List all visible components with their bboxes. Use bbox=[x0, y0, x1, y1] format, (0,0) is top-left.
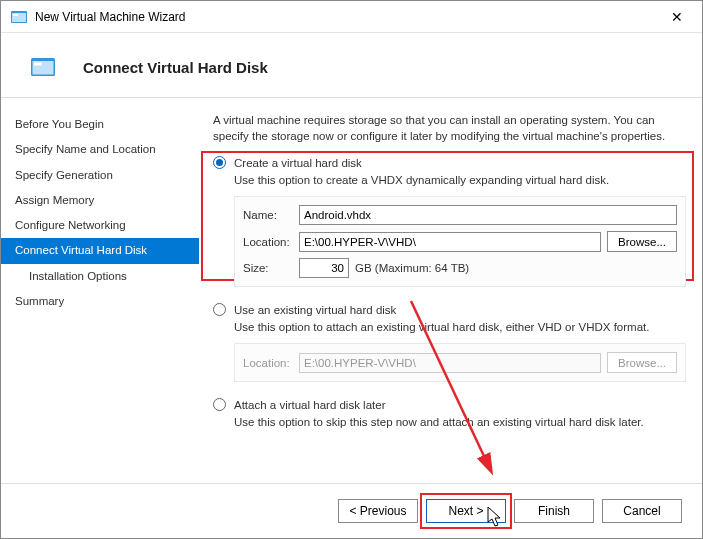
browse-button-create[interactable]: Browse... bbox=[607, 231, 677, 252]
sidebar-item-before-you-begin[interactable]: Before You Begin bbox=[1, 112, 199, 137]
browse-button-existing: Browse... bbox=[607, 352, 677, 373]
sidebar-item-configure-networking[interactable]: Configure Networking bbox=[1, 213, 199, 238]
existing-form-panel: Location: Browse... bbox=[234, 343, 686, 382]
option-create-vhd: Create a virtual hard disk Use this opti… bbox=[213, 156, 686, 287]
window-title: New Virtual Machine Wizard bbox=[35, 10, 662, 24]
option-existing-label: Use an existing virtual hard disk bbox=[234, 304, 396, 316]
svg-rect-2 bbox=[13, 14, 18, 16]
name-input[interactable] bbox=[299, 205, 677, 225]
titlebar: New Virtual Machine Wizard ✕ bbox=[1, 1, 702, 33]
wizard-icon bbox=[11, 9, 27, 25]
sidebar-item-connect-vhd[interactable]: Connect Virtual Hard Disk bbox=[1, 238, 199, 263]
wizard-main: A virtual machine requires storage so th… bbox=[199, 98, 702, 483]
cancel-button[interactable]: Cancel bbox=[602, 499, 682, 523]
option-existing-desc: Use this option to attach an existing vi… bbox=[234, 321, 686, 333]
radio-attach-later[interactable] bbox=[213, 398, 226, 411]
sidebar-item-specify-generation[interactable]: Specify Generation bbox=[1, 163, 199, 188]
next-button[interactable]: Next > bbox=[426, 499, 506, 523]
sidebar-item-summary[interactable]: Summary bbox=[1, 289, 199, 314]
page-title: Connect Virtual Hard Disk bbox=[83, 59, 268, 76]
option-create-label: Create a virtual hard disk bbox=[234, 157, 362, 169]
close-button[interactable]: ✕ bbox=[662, 9, 692, 25]
wizard-header-icon bbox=[31, 55, 55, 79]
existing-location-input bbox=[299, 353, 601, 373]
svg-rect-5 bbox=[34, 63, 42, 66]
location-input[interactable] bbox=[299, 232, 601, 252]
intro-text: A virtual machine requires storage so th… bbox=[213, 112, 686, 144]
wizard-sidebar: Before You Begin Specify Name and Locati… bbox=[1, 98, 199, 483]
wizard-header: Connect Virtual Hard Disk bbox=[1, 33, 702, 98]
existing-location-label: Location: bbox=[243, 357, 299, 369]
option-later-desc: Use this option to skip this step now an… bbox=[234, 416, 686, 428]
location-label: Location: bbox=[243, 236, 299, 248]
name-label: Name: bbox=[243, 209, 299, 221]
wizard-footer: < Previous Next > Finish Cancel bbox=[1, 483, 702, 537]
sidebar-item-assign-memory[interactable]: Assign Memory bbox=[1, 188, 199, 213]
previous-button[interactable]: < Previous bbox=[338, 499, 418, 523]
option-existing-vhd: Use an existing virtual hard disk Use th… bbox=[213, 303, 686, 382]
option-create-desc: Use this option to create a VHDX dynamic… bbox=[234, 174, 686, 186]
size-input[interactable] bbox=[299, 258, 349, 278]
radio-existing-vhd[interactable] bbox=[213, 303, 226, 316]
radio-create-vhd[interactable] bbox=[213, 156, 226, 169]
content-area: Before You Begin Specify Name and Locati… bbox=[1, 98, 702, 483]
create-form-panel: Name: Location: Browse... Size: GB (Maxi… bbox=[234, 196, 686, 287]
option-later-label: Attach a virtual hard disk later bbox=[234, 399, 386, 411]
size-label: Size: bbox=[243, 262, 299, 274]
finish-button[interactable]: Finish bbox=[514, 499, 594, 523]
size-note: GB (Maximum: 64 TB) bbox=[355, 262, 469, 274]
sidebar-item-installation-options[interactable]: Installation Options bbox=[1, 264, 199, 289]
option-attach-later: Attach a virtual hard disk later Use thi… bbox=[213, 398, 686, 428]
sidebar-item-specify-name[interactable]: Specify Name and Location bbox=[1, 137, 199, 162]
